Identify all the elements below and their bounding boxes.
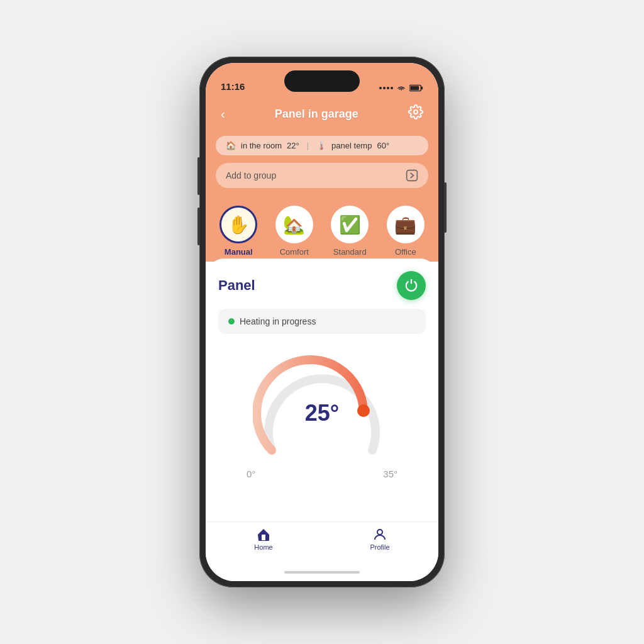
office-icon-circle: 💼 <box>387 206 425 243</box>
svg-rect-2 <box>421 87 423 90</box>
mode-list: ✋ Manual 🏡 Comfort ✅ Standard <box>212 201 432 262</box>
manual-icon-circle: ✋ <box>219 206 257 243</box>
power-side-button[interactable] <box>444 182 447 233</box>
panel-temp: 60° <box>377 141 389 150</box>
panel-header: Panel <box>218 271 426 300</box>
svg-rect-1 <box>410 86 419 90</box>
office-emoji: 💼 <box>394 214 416 235</box>
mode-office[interactable]: 💼 Office <box>379 201 432 262</box>
house-icon: 🏠 <box>226 141 236 150</box>
temp-max: 35° <box>383 469 397 479</box>
back-button[interactable]: ‹ <box>218 104 228 124</box>
svg-point-3 <box>414 110 418 114</box>
home-nav-icon <box>256 527 271 542</box>
wifi-icon <box>396 84 406 92</box>
volume-up-button[interactable] <box>197 157 200 195</box>
comfort-label: Comfort <box>280 247 309 257</box>
temp-min: 0° <box>247 469 255 479</box>
info-bar: 🏠 in the room 22° | 🌡️ panel temp 60° <box>206 136 438 163</box>
gear-icon <box>408 104 423 119</box>
comfort-icon-circle: 🏡 <box>275 206 313 243</box>
signal-icon <box>379 87 393 89</box>
heating-status-dot <box>228 318 235 325</box>
power-button[interactable] <box>397 271 426 300</box>
phone-screen: 11:16 <box>206 63 438 581</box>
panel-section-title: Panel <box>218 277 255 294</box>
room-temp: 22° <box>287 141 299 150</box>
svg-point-5 <box>377 530 382 535</box>
standard-emoji: ✅ <box>339 214 361 235</box>
add-to-group-button[interactable]: Add to group <box>216 163 428 188</box>
mode-comfort[interactable]: 🏡 Comfort <box>268 201 321 262</box>
app-header: ‹ Panel in garage <box>206 97 438 136</box>
svg-rect-4 <box>407 170 418 181</box>
temperature-range: 0° 35° <box>247 469 397 479</box>
bottom-nav: Home Profile <box>206 521 438 564</box>
room-label: in the room <box>241 141 282 150</box>
home-nav-label: Home <box>254 543 272 551</box>
add-group-label: Add to group <box>226 170 276 180</box>
home-bar <box>284 571 360 574</box>
status-icons <box>379 84 423 92</box>
heating-status-bar: Heating in progress <box>218 309 426 334</box>
office-label: Office <box>395 247 416 257</box>
nav-home[interactable]: Home <box>254 527 272 551</box>
phone-frame: 11:16 <box>199 57 445 587</box>
home-indicator <box>206 564 438 581</box>
battery-icon <box>409 84 423 92</box>
mode-manual[interactable]: ✋ Manual <box>212 201 265 262</box>
manual-emoji: ✋ <box>228 214 250 235</box>
dynamic-island <box>284 70 360 92</box>
standard-label: Standard <box>333 247 367 257</box>
comfort-emoji: 🏡 <box>283 214 305 235</box>
temperature-dial[interactable]: 25° 0° 35° <box>218 347 426 492</box>
dial-indicator <box>357 404 370 417</box>
manual-label: Manual <box>225 247 253 257</box>
panel-temp-icon: 🌡️ <box>316 141 326 150</box>
profile-nav-label: Profile <box>370 543 389 551</box>
add-group-icon <box>406 169 418 182</box>
nav-profile[interactable]: Profile <box>370 527 389 551</box>
mode-section: ✋ Manual 🏡 Comfort ✅ Standard <box>206 201 438 262</box>
status-time: 11:16 <box>221 81 245 92</box>
main-content: Panel Heating in progress <box>206 258 438 521</box>
volume-down-button[interactable] <box>197 208 200 245</box>
temperature-value: 25° <box>305 400 339 426</box>
settings-button[interactable] <box>406 102 426 126</box>
power-icon <box>404 279 418 292</box>
heating-status-text: Heating in progress <box>240 316 316 326</box>
page-title: Panel in garage <box>275 108 358 121</box>
profile-nav-icon <box>372 527 387 542</box>
panel-label: panel temp <box>331 141 372 150</box>
mode-standard[interactable]: ✅ Standard <box>323 201 376 262</box>
group-bar: Add to group <box>206 163 438 201</box>
dial-svg-wrapper: 25° <box>253 353 391 466</box>
standard-icon-circle: ✅ <box>331 206 369 243</box>
room-info: 🏠 in the room 22° | 🌡️ panel temp 60° <box>216 136 428 155</box>
